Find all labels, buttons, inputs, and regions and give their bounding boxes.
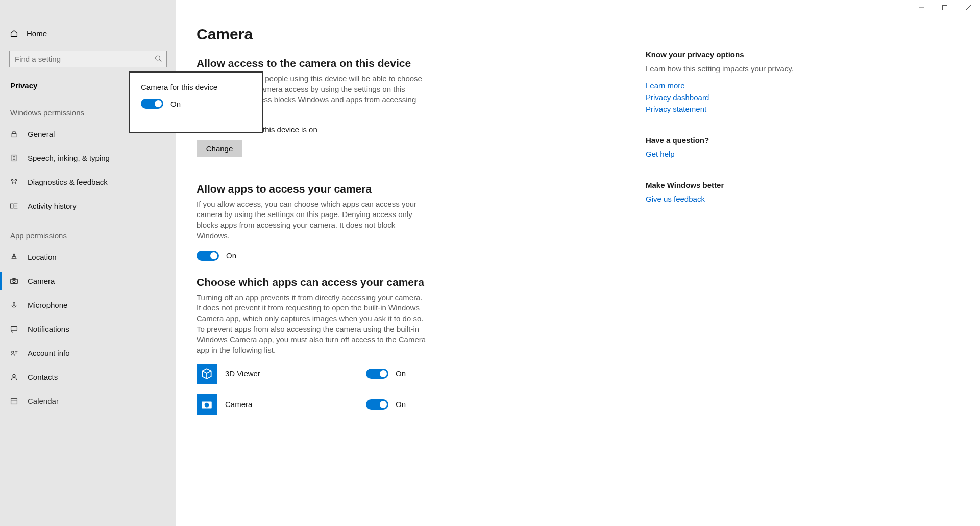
link-privacy-dashboard[interactable]: Privacy dashboard — [646, 93, 809, 102]
section-heading: Choose which apps can access your camera — [197, 276, 615, 289]
svg-rect-6 — [12, 134, 16, 137]
svg-rect-28 — [11, 398, 17, 404]
page-title: Camera — [197, 26, 615, 43]
sidebar-item-activity-history[interactable]: Activity history — [0, 194, 176, 218]
sidebar-item-notifications[interactable]: Notifications — [0, 317, 176, 341]
sidebar-item-label: Activity history — [28, 202, 77, 210]
svg-point-19 — [12, 280, 15, 283]
section-description: Turning off an app prevents it from dire… — [197, 293, 426, 356]
sidebar-item-label: Notifications — [28, 325, 69, 333]
link-privacy-statement[interactable]: Privacy statement — [646, 105, 809, 113]
sidebar-item-diagnostics[interactable]: Diagnostics & feedback — [0, 170, 176, 194]
home-icon — [9, 29, 18, 38]
app-name-label: 3D Viewer — [225, 369, 358, 378]
sidebar-item-label: Calendar — [28, 397, 59, 405]
toggle-state-label: On — [170, 100, 181, 108]
allow-apps-toggle[interactable] — [197, 251, 219, 261]
sidebar-item-camera[interactable]: Camera — [0, 269, 176, 293]
svg-point-27 — [12, 374, 15, 377]
sidebar-item-label: Speech, inking, & typing — [28, 154, 110, 162]
sidebar-item-label: General — [28, 130, 55, 138]
timeline-icon — [9, 202, 18, 210]
svg-point-32 — [205, 402, 209, 407]
contacts-icon — [9, 373, 18, 381]
clipboard-icon — [9, 154, 18, 162]
app-icon-camera — [197, 394, 217, 415]
sidebar-item-contacts[interactable]: Contacts — [0, 365, 176, 389]
svg-point-12 — [15, 179, 16, 181]
svg-rect-23 — [11, 326, 17, 331]
sidebar-item-account-info[interactable]: Account info — [0, 341, 176, 365]
sidebar-item-label: Home — [27, 29, 47, 38]
camera-icon — [9, 277, 18, 285]
camera-device-flyout: Camera for this device On — [129, 71, 263, 133]
microphone-icon — [9, 301, 18, 309]
svg-rect-13 — [10, 204, 13, 208]
location-icon — [9, 253, 18, 261]
section-description: If you allow access, you can choose whic… — [197, 199, 426, 242]
notifications-icon — [9, 325, 18, 333]
section-heading: Allow apps to access your camera — [197, 183, 615, 195]
sidebar-item-location[interactable]: Location — [0, 245, 176, 269]
svg-rect-20 — [12, 278, 15, 279]
sidebar-item-home[interactable]: Home — [0, 21, 176, 45]
sidebar-group-heading: App permissions — [0, 218, 176, 245]
app-toggle[interactable] — [366, 399, 388, 410]
aside-heading: Make Windows better — [646, 181, 809, 189]
sidebar-item-label: Diagnostics & feedback — [28, 178, 108, 186]
toggle-state-label: On — [396, 369, 406, 378]
sidebar-item-label: Contacts — [28, 373, 58, 381]
calendar-icon — [9, 397, 18, 405]
link-give-feedback[interactable]: Give us feedback — [646, 195, 809, 203]
toggle-state-label: On — [396, 400, 406, 409]
search-input[interactable] — [9, 51, 167, 67]
lock-icon — [9, 130, 18, 138]
sidebar-item-label: Account info — [28, 349, 70, 357]
sidebar-item-microphone[interactable]: Microphone — [0, 293, 176, 317]
link-learn-more[interactable]: Learn more — [646, 81, 809, 90]
section-heading: Allow access to the camera on this devic… — [197, 57, 615, 69]
aside-text: Learn how this setting impacts your priv… — [646, 64, 809, 74]
feedback-icon — [9, 178, 18, 186]
sidebar-item-speech[interactable]: Speech, inking, & typing — [0, 146, 176, 170]
camera-device-toggle[interactable] — [141, 99, 163, 109]
toggle-state-label: On — [226, 251, 236, 260]
flyout-title: Camera for this device — [141, 83, 251, 91]
aside-heading: Have a question? — [646, 136, 809, 145]
app-permission-row: 3D Viewer On — [197, 361, 421, 387]
change-button[interactable]: Change — [197, 140, 242, 157]
sidebar-item-label: Microphone — [28, 301, 67, 309]
app-name-label: Camera — [225, 400, 358, 409]
account-icon — [9, 349, 18, 357]
svg-point-17 — [13, 256, 14, 257]
link-get-help[interactable]: Get help — [646, 150, 809, 158]
sidebar-item-calendar[interactable]: Calendar — [0, 389, 176, 413]
app-toggle[interactable] — [366, 369, 388, 379]
app-permission-row: Camera On — [197, 392, 421, 417]
info-panel: Know your privacy options Learn how this… — [646, 26, 809, 526]
svg-point-24 — [11, 351, 13, 353]
aside-heading: Know your privacy options — [646, 50, 809, 59]
svg-rect-21 — [13, 302, 14, 306]
app-icon-3d-viewer — [197, 364, 217, 384]
sidebar-item-label: Location — [28, 253, 57, 261]
svg-point-11 — [11, 179, 13, 181]
sidebar-item-label: Camera — [28, 277, 55, 285]
